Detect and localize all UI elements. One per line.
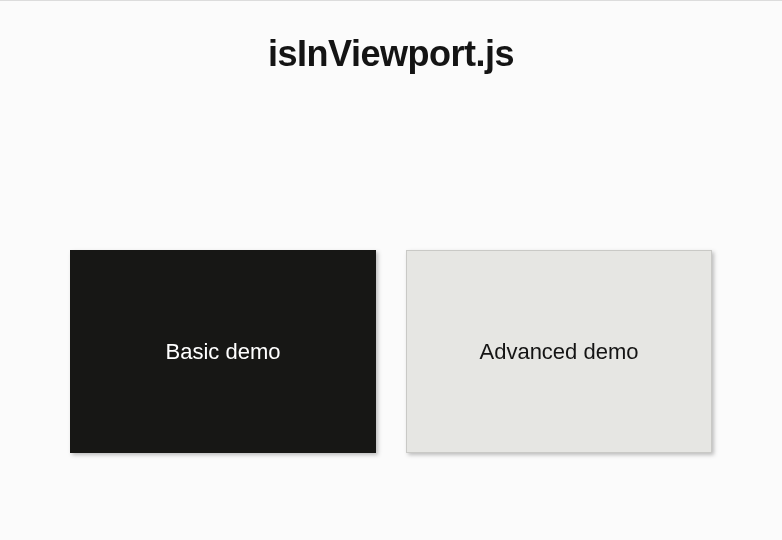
main-container: isInViewport.js Basic demo Advanced demo bbox=[0, 1, 782, 540]
advanced-demo-label: Advanced demo bbox=[479, 339, 638, 365]
basic-demo-card[interactable]: Basic demo bbox=[70, 250, 376, 453]
basic-demo-label: Basic demo bbox=[166, 339, 281, 365]
page-title: isInViewport.js bbox=[268, 33, 514, 75]
demo-cards-row: Basic demo Advanced demo bbox=[0, 250, 782, 453]
advanced-demo-card[interactable]: Advanced demo bbox=[406, 250, 712, 453]
